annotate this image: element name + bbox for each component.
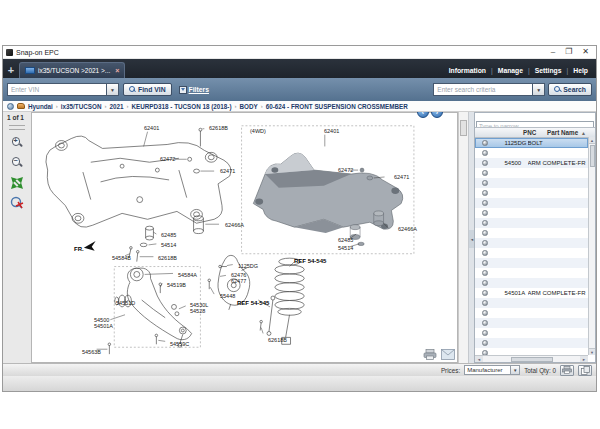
scroll-up-icon[interactable]: ▲ xyxy=(589,137,595,144)
search-input[interactable] xyxy=(433,83,533,96)
search-button[interactable]: Search xyxy=(548,83,592,96)
parts-vertical-scrollbar[interactable]: ▲ ▼ xyxy=(588,137,595,355)
close-button[interactable]: ✕ xyxy=(582,47,589,57)
prices-select[interactable]: Manufacturer ▼ xyxy=(464,365,520,375)
part-callout[interactable]: REF 54-545 xyxy=(294,258,326,264)
part-callout[interactable]: 62477 xyxy=(231,279,246,285)
search-dropdown-chevron-down-icon[interactable]: ▼ xyxy=(533,83,545,96)
part-callout[interactable]: 54563B xyxy=(82,350,101,356)
table-row[interactable] xyxy=(475,178,588,188)
part-callout[interactable]: 54584B xyxy=(112,256,131,262)
part-callout[interactable]: 54528 xyxy=(190,309,205,315)
part-callout[interactable]: 62618B xyxy=(268,338,287,344)
table-row[interactable] xyxy=(475,238,588,248)
part-callout[interactable]: 62401 xyxy=(324,129,339,135)
menu-item-manage[interactable]: Manage xyxy=(498,67,523,74)
email-icon[interactable] xyxy=(441,349,455,360)
part-callout[interactable]: 62618B xyxy=(158,256,177,262)
minimize-button[interactable]: – xyxy=(551,47,555,57)
breadcrumb-item[interactable]: 2021 xyxy=(109,103,123,110)
table-row[interactable]: 1125DGBOLT xyxy=(475,138,588,148)
table-row[interactable] xyxy=(475,308,588,318)
print-icon[interactable] xyxy=(423,349,437,360)
scroll-down-icon[interactable]: ▼ xyxy=(589,348,595,355)
menu-item-help[interactable]: Help xyxy=(573,67,588,74)
fit-screen-button[interactable] xyxy=(10,175,25,190)
part-callout[interactable]: 1125DG xyxy=(238,264,258,270)
part-callout[interactable]: 54514 xyxy=(161,243,176,249)
tab-active[interactable]: ix35/TUCSON >2021 >... × xyxy=(19,62,125,78)
vin-dropdown-chevron-down-icon[interactable]: ▼ xyxy=(107,83,119,96)
menu-item-settings[interactable]: Settings xyxy=(535,67,562,74)
col-pnc[interactable]: PNC xyxy=(523,129,547,136)
breadcrumb-item[interactable]: BODY xyxy=(240,103,258,110)
table-row[interactable] xyxy=(475,188,588,198)
col-part-name[interactable]: Part Name xyxy=(547,129,595,136)
part-callout[interactable]: 62485 xyxy=(338,238,353,244)
part-callout[interactable]: 62485 xyxy=(161,233,176,239)
filters-toggle[interactable]: Filters xyxy=(179,86,209,94)
table-row[interactable] xyxy=(475,318,588,328)
part-callout[interactable]: 62618B xyxy=(209,126,228,132)
breadcrumb-item[interactable]: ix35/TUCSON xyxy=(61,103,102,110)
table-row[interactable] xyxy=(475,278,588,288)
parts-table-header[interactable]: PNC Part Name ▲ xyxy=(475,127,595,138)
part-callout[interactable]: 62472 xyxy=(338,168,353,174)
table-row[interactable] xyxy=(475,198,588,208)
table-row[interactable]: 54501AARM COMPLETE-FR xyxy=(475,288,588,298)
table-row[interactable] xyxy=(475,148,588,158)
part-callout[interactable]: FR. xyxy=(74,246,84,252)
part-callout[interactable]: 62401 xyxy=(144,126,159,132)
home-icon[interactable] xyxy=(7,103,14,110)
print-button[interactable] xyxy=(560,365,574,376)
part-callout[interactable]: 54514 xyxy=(338,246,353,252)
breadcrumb-item[interactable]: KEURPD318 - TUCSON 18 (2018-) xyxy=(131,103,231,110)
scroll-left-icon[interactable]: ◄ xyxy=(475,356,483,362)
part-callout[interactable]: 55448 xyxy=(220,294,235,300)
table-row[interactable] xyxy=(475,168,588,178)
highlight-off-button[interactable] xyxy=(10,195,25,210)
part-callout[interactable]: 54551D xyxy=(116,301,135,307)
part-callout[interactable]: 62466A xyxy=(398,227,417,233)
part-callout[interactable]: (4WD) xyxy=(250,129,266,135)
part-callout[interactable]: 54519B xyxy=(167,283,186,289)
tab-close-icon[interactable]: × xyxy=(115,67,119,74)
vehicle-icon[interactable] xyxy=(17,103,25,109)
part-callout[interactable]: 54584A xyxy=(178,273,197,279)
new-tab-button[interactable]: + xyxy=(3,64,19,78)
parts-horizontal-scrollbar[interactable]: ◄ ► xyxy=(475,355,588,362)
table-row[interactable] xyxy=(475,328,588,338)
nav-forward-button[interactable]: › xyxy=(431,112,443,118)
breadcrumb-item[interactable]: Hyundai xyxy=(28,103,53,110)
table-row[interactable] xyxy=(475,208,588,218)
scrollbar-thumb[interactable] xyxy=(590,145,595,167)
scrollbar-thumb[interactable] xyxy=(511,357,553,362)
copy-button[interactable] xyxy=(578,365,592,376)
sort-asc-icon[interactable]: ▲ xyxy=(581,130,586,136)
scrollbar-thumb[interactable] xyxy=(460,120,467,136)
nav-back-button[interactable]: ‹ xyxy=(417,112,429,118)
part-callout[interactable]: 62471 xyxy=(394,175,409,181)
table-row[interactable] xyxy=(475,228,588,238)
part-callout[interactable]: 54501A xyxy=(94,324,113,330)
part-callout[interactable]: 62471 xyxy=(220,169,235,175)
breadcrumb-item[interactable]: 60-624 - FRONT SUSPENSION CROSSMEMBER xyxy=(266,103,408,110)
part-callout[interactable]: 62472 xyxy=(160,157,175,163)
diagram-scrollbar[interactable] xyxy=(458,112,468,363)
zoom-out-button[interactable]: − xyxy=(10,155,25,170)
maximize-button[interactable]: ❐ xyxy=(565,47,572,57)
table-row[interactable] xyxy=(475,258,588,268)
table-row[interactable] xyxy=(475,298,588,308)
table-row[interactable] xyxy=(475,338,588,348)
menu-item-information[interactable]: Information xyxy=(449,67,486,74)
find-vin-button[interactable]: Find VIN xyxy=(123,83,172,96)
table-row[interactable] xyxy=(475,268,588,278)
table-row[interactable]: 54500ARM COMPLETE-FR xyxy=(475,158,588,168)
table-row[interactable] xyxy=(475,248,588,258)
vin-input[interactable] xyxy=(7,83,107,96)
toolbar-grip[interactable] xyxy=(9,125,25,130)
diagram-canvas[interactable]: ‹ › xyxy=(31,112,458,363)
part-callout[interactable]: 54559C xyxy=(170,342,189,348)
part-callout[interactable]: REF 54-545 xyxy=(237,300,269,306)
table-row[interactable] xyxy=(475,218,588,228)
